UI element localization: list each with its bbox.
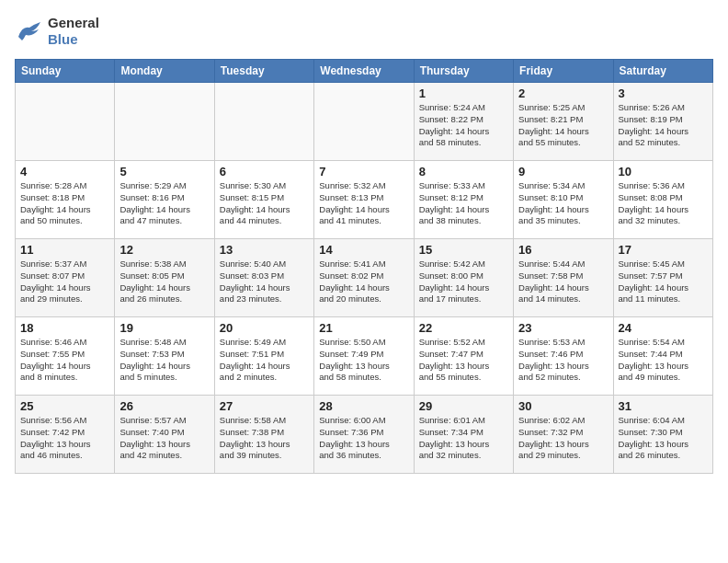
weekday-header-thursday: Thursday	[414, 60, 513, 83]
day-info: Sunrise: 5:54 AMSunset: 7:44 PMDaylight:…	[619, 337, 708, 384]
day-number: 4	[20, 165, 109, 178]
week-row-2: 4Sunrise: 5:28 AMSunset: 8:18 PMDaylight…	[16, 161, 713, 239]
calendar-cell: 19Sunrise: 5:48 AMSunset: 7:53 PMDayligh…	[115, 317, 214, 396]
logo-text: General Blue	[48, 15, 99, 48]
day-number: 25	[20, 399, 109, 413]
weekday-header-wednesday: Wednesday	[314, 60, 414, 83]
calendar-header: SundayMondayTuesdayWednesdayThursdayFrid…	[16, 60, 713, 83]
day-number: 19	[119, 321, 209, 335]
day-info: Sunrise: 5:25 AMSunset: 8:21 PMDaylight:…	[518, 102, 608, 149]
day-number: 10	[619, 165, 708, 178]
day-info: Sunrise: 6:00 AMSunset: 7:36 PMDaylight:…	[319, 415, 408, 462]
day-number: 31	[619, 399, 708, 413]
weekday-header-tuesday: Tuesday	[214, 60, 313, 83]
weekday-header-friday: Friday	[514, 60, 613, 83]
day-info: Sunrise: 5:26 AMSunset: 8:19 PMDaylight:…	[619, 102, 708, 149]
day-number: 15	[419, 243, 508, 257]
day-number: 12	[119, 243, 209, 257]
day-number: 21	[319, 321, 408, 335]
day-info: Sunrise: 5:42 AMSunset: 8:00 PMDaylight:…	[419, 259, 508, 305]
day-info: Sunrise: 5:46 AMSunset: 7:55 PMDaylight:…	[20, 337, 109, 384]
calendar-cell: 2Sunrise: 5:25 AMSunset: 8:21 PMDaylight…	[514, 83, 613, 161]
logo-icon	[15, 18, 44, 44]
calendar-cell: 27Sunrise: 5:58 AMSunset: 7:38 PMDayligh…	[214, 396, 313, 474]
calendar-cell: 11Sunrise: 5:37 AMSunset: 8:07 PMDayligh…	[16, 239, 115, 317]
day-info: Sunrise: 5:24 AMSunset: 8:22 PMDaylight:…	[419, 102, 508, 149]
calendar-table: SundayMondayTuesdayWednesdayThursdayFrid…	[15, 59, 713, 474]
calendar-cell: 20Sunrise: 5:49 AMSunset: 7:51 PMDayligh…	[214, 317, 313, 396]
day-number: 20	[220, 321, 309, 335]
weekday-header-row: SundayMondayTuesdayWednesdayThursdayFrid…	[16, 60, 713, 83]
day-info: Sunrise: 5:28 AMSunset: 8:18 PMDaylight:…	[20, 180, 109, 227]
calendar-cell: 10Sunrise: 5:36 AMSunset: 8:08 PMDayligh…	[613, 161, 712, 239]
day-number: 17	[619, 243, 708, 257]
calendar-cell: 1Sunrise: 5:24 AMSunset: 8:22 PMDaylight…	[414, 83, 513, 161]
calendar-cell: 30Sunrise: 6:02 AMSunset: 7:32 PMDayligh…	[514, 396, 613, 474]
day-number: 2	[518, 86, 608, 100]
weekday-header-monday: Monday	[115, 60, 214, 83]
calendar-cell: 9Sunrise: 5:34 AMSunset: 8:10 PMDaylight…	[514, 161, 613, 239]
day-info: Sunrise: 5:29 AMSunset: 8:16 PMDaylight:…	[119, 180, 209, 227]
page-header: General Blue	[15, 15, 713, 48]
day-info: Sunrise: 5:53 AMSunset: 7:46 PMDaylight:…	[518, 337, 608, 384]
calendar-cell: 14Sunrise: 5:41 AMSunset: 8:02 PMDayligh…	[314, 239, 414, 317]
weekday-header-sunday: Sunday	[16, 60, 115, 83]
logo: General Blue	[15, 15, 99, 48]
calendar-cell: 22Sunrise: 5:52 AMSunset: 7:47 PMDayligh…	[414, 317, 513, 396]
calendar-cell: 29Sunrise: 6:01 AMSunset: 7:34 PMDayligh…	[414, 396, 513, 474]
day-number: 7	[319, 165, 408, 178]
day-number: 23	[518, 321, 608, 335]
day-number: 22	[419, 321, 508, 335]
day-number: 16	[518, 243, 608, 257]
day-info: Sunrise: 5:48 AMSunset: 7:53 PMDaylight:…	[119, 337, 209, 384]
calendar-cell	[314, 83, 414, 161]
day-number: 26	[119, 399, 209, 413]
day-number: 27	[220, 399, 309, 413]
day-number: 13	[220, 243, 309, 257]
day-number: 14	[319, 243, 408, 257]
day-info: Sunrise: 5:45 AMSunset: 7:57 PMDaylight:…	[619, 259, 708, 305]
day-number: 3	[619, 86, 708, 100]
calendar-cell: 26Sunrise: 5:57 AMSunset: 7:40 PMDayligh…	[115, 396, 214, 474]
day-info: Sunrise: 5:52 AMSunset: 7:47 PMDaylight:…	[419, 337, 508, 384]
day-info: Sunrise: 5:44 AMSunset: 7:58 PMDaylight:…	[518, 259, 608, 305]
week-row-4: 18Sunrise: 5:46 AMSunset: 7:55 PMDayligh…	[16, 317, 713, 396]
day-info: Sunrise: 5:58 AMSunset: 7:38 PMDaylight:…	[220, 415, 309, 462]
calendar-cell: 28Sunrise: 6:00 AMSunset: 7:36 PMDayligh…	[314, 396, 414, 474]
day-number: 6	[220, 165, 309, 178]
calendar-cell: 16Sunrise: 5:44 AMSunset: 7:58 PMDayligh…	[514, 239, 613, 317]
week-row-1: 1Sunrise: 5:24 AMSunset: 8:22 PMDaylight…	[16, 83, 713, 161]
day-info: Sunrise: 5:32 AMSunset: 8:13 PMDaylight:…	[319, 180, 408, 227]
week-row-3: 11Sunrise: 5:37 AMSunset: 8:07 PMDayligh…	[16, 239, 713, 317]
calendar-cell: 13Sunrise: 5:40 AMSunset: 8:03 PMDayligh…	[214, 239, 313, 317]
day-number: 18	[20, 321, 109, 335]
day-number: 28	[319, 399, 408, 413]
calendar-cell: 5Sunrise: 5:29 AMSunset: 8:16 PMDaylight…	[115, 161, 214, 239]
day-info: Sunrise: 5:34 AMSunset: 8:10 PMDaylight:…	[518, 180, 608, 227]
day-info: Sunrise: 5:57 AMSunset: 7:40 PMDaylight:…	[119, 415, 209, 462]
calendar-cell	[16, 83, 115, 161]
day-info: Sunrise: 5:38 AMSunset: 8:05 PMDaylight:…	[119, 259, 209, 305]
day-info: Sunrise: 5:36 AMSunset: 8:08 PMDaylight:…	[619, 180, 708, 227]
day-info: Sunrise: 5:41 AMSunset: 8:02 PMDaylight:…	[319, 259, 408, 305]
day-number: 1	[419, 86, 508, 100]
calendar-cell	[115, 83, 214, 161]
calendar-body: 1Sunrise: 5:24 AMSunset: 8:22 PMDaylight…	[16, 83, 713, 474]
day-number: 9	[518, 165, 608, 178]
calendar-cell: 6Sunrise: 5:30 AMSunset: 8:15 PMDaylight…	[214, 161, 313, 239]
day-info: Sunrise: 6:04 AMSunset: 7:30 PMDaylight:…	[619, 415, 708, 462]
day-info: Sunrise: 5:40 AMSunset: 8:03 PMDaylight:…	[220, 259, 309, 305]
day-number: 30	[518, 399, 608, 413]
day-info: Sunrise: 5:37 AMSunset: 8:07 PMDaylight:…	[20, 259, 109, 305]
calendar-cell: 17Sunrise: 5:45 AMSunset: 7:57 PMDayligh…	[613, 239, 712, 317]
calendar-cell: 21Sunrise: 5:50 AMSunset: 7:49 PMDayligh…	[314, 317, 414, 396]
calendar-cell: 3Sunrise: 5:26 AMSunset: 8:19 PMDaylight…	[613, 83, 712, 161]
day-number: 8	[419, 165, 508, 178]
day-info: Sunrise: 6:02 AMSunset: 7:32 PMDaylight:…	[518, 415, 608, 462]
calendar-cell: 18Sunrise: 5:46 AMSunset: 7:55 PMDayligh…	[16, 317, 115, 396]
weekday-header-saturday: Saturday	[613, 60, 712, 83]
calendar-cell: 8Sunrise: 5:33 AMSunset: 8:12 PMDaylight…	[414, 161, 513, 239]
day-info: Sunrise: 5:49 AMSunset: 7:51 PMDaylight:…	[220, 337, 309, 384]
day-info: Sunrise: 6:01 AMSunset: 7:34 PMDaylight:…	[419, 415, 508, 462]
day-number: 11	[20, 243, 109, 257]
